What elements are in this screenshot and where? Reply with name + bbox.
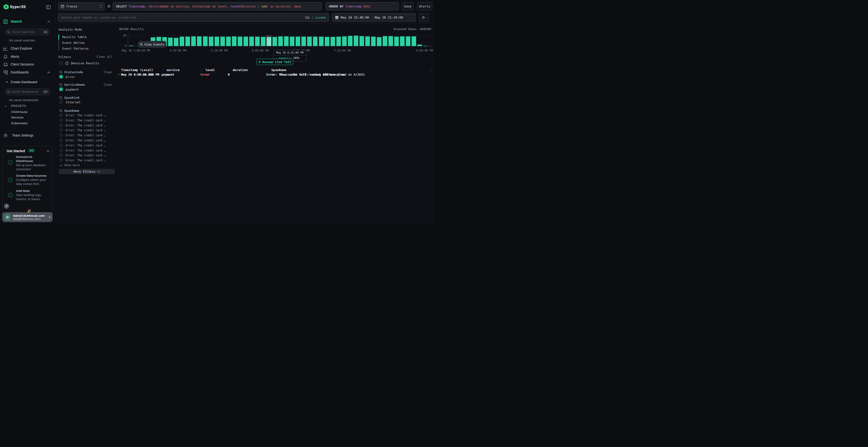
show-more-link[interactable]: Show more [64, 164, 80, 167]
histogram-bar[interactable] [365, 36, 370, 46]
chevron-up-icon[interactable] [47, 72, 50, 73]
chevron-down-icon[interactable] [4, 105, 7, 107]
histogram-bar[interactable] [313, 37, 317, 46]
histogram-bar[interactable] [290, 37, 294, 46]
histogram-bar[interactable] [301, 37, 306, 46]
lang-toggle-sql[interactable]: SQL [305, 16, 310, 19]
histogram-bar[interactable] [284, 36, 289, 46]
spanname-option-label[interactable]: Error: The credit card … [66, 129, 105, 132]
histogram-bar[interactable] [423, 46, 428, 46]
sidebar-item-search[interactable]: Search [10, 20, 22, 23]
preset-kubernetes[interactable]: Kubernetes [11, 122, 28, 125]
spanname-option-label[interactable]: Error: The credit card … [66, 124, 105, 127]
user-menu[interactable]: D dale@clickhouse.com dale@clickhouse.co… [2, 212, 53, 222]
preset-services[interactable]: Services [11, 115, 24, 119]
table-row[interactable]: ›May 26 8:50:36.329 PMpaymentError0Error… [118, 72, 434, 77]
save-button[interactable]: Save [402, 2, 414, 10]
histogram-bar[interactable] [244, 37, 248, 46]
filter-group-servicename[interactable]: ServiceName [64, 83, 85, 87]
saved-dashboards-input[interactable]: Saved Dashboards ⌘K [5, 89, 51, 95]
sidebar-item-chart-explorer[interactable]: Chart Explorer [10, 46, 32, 50]
histogram-bar[interactable] [389, 36, 393, 46]
presets-header[interactable]: PRESETS [11, 104, 26, 108]
sql-query-input[interactable]: SELECT Timestamp, ServiceName as service… [113, 2, 322, 10]
histogram-bar[interactable] [255, 37, 260, 46]
histogram-bar[interactable] [336, 37, 341, 46]
saved-searches-input[interactable]: Saved Searches ⌘K [5, 29, 51, 35]
spanname-option-checkbox[interactable] [60, 153, 63, 157]
histogram-bar[interactable] [267, 37, 271, 46]
spanname-option-label[interactable]: Error: The credit card … [66, 153, 105, 157]
spanname-option-checkbox[interactable] [60, 134, 63, 137]
histogram-bar[interactable] [325, 37, 329, 46]
col-spanname[interactable]: SpanName [267, 68, 434, 72]
histogram-bar[interactable] [406, 36, 410, 46]
histogram-bar[interactable] [220, 37, 225, 46]
create-dashboard-button[interactable]: Create Dashboard [10, 80, 37, 84]
clear-all-link[interactable]: Clear all [97, 55, 112, 59]
clear-servicename-link[interactable]: Clear [104, 83, 112, 87]
histogram-bar[interactable] [296, 37, 300, 46]
more-filters-button[interactable]: More filters [59, 169, 115, 174]
col-duration[interactable]: duration [228, 68, 267, 72]
spanname-option-label[interactable]: Error: The credit card … [66, 134, 105, 137]
spanname-option-label[interactable]: Error: The credit card … [66, 114, 105, 117]
chevron-down-icon[interactable] [60, 165, 62, 166]
col-level[interactable]: level [200, 68, 228, 72]
servicename-payment-checkbox[interactable]: ✓ [59, 88, 63, 91]
results-histogram[interactable]: 2K 0 May 26 3:40:00 PM4:35:00 PM5:20:00 … [116, 23, 434, 52]
histogram-bar[interactable] [226, 37, 231, 46]
spanname-option-checkbox[interactable] [60, 144, 63, 147]
histogram-bar[interactable] [215, 37, 219, 46]
spanname-option-checkbox[interactable] [60, 129, 63, 132]
denoise-label[interactable]: Denoise Results [71, 61, 99, 65]
mode-event-deltas[interactable]: Event Deltas [62, 41, 85, 44]
time-range-picker[interactable]: May 26 15:40:00 - May 26 21:10:00 [332, 13, 416, 22]
servicename-payment-label[interactable]: payment [66, 88, 79, 91]
filter-group-spanname[interactable]: SpanName [64, 109, 79, 112]
source-settings-gear-icon[interactable]: ⚙ [107, 4, 111, 9]
histogram-bar[interactable] [383, 36, 387, 46]
mode-event-patterns[interactable]: Event Patterns [62, 47, 89, 50]
event-search-input[interactable]: Search your events w/ Lucene ex. column:… [58, 13, 329, 22]
histogram-bar[interactable] [273, 37, 277, 46]
histogram-bar[interactable] [174, 38, 179, 46]
histogram-bar[interactable] [209, 37, 213, 46]
histogram-bar[interactable] [377, 37, 381, 46]
statuscode-error-checkbox[interactable]: ✓ [59, 75, 63, 78]
histogram-bar[interactable] [180, 37, 184, 46]
histogram-bar[interactable] [360, 36, 364, 46]
spanname-option-label[interactable]: Error: The credit card … [66, 159, 105, 162]
histogram-bar[interactable] [348, 36, 352, 46]
run-query-button[interactable] [419, 13, 429, 22]
spanname-option-label[interactable]: Error: The credit card … [66, 139, 105, 142]
filter-group-statuscode[interactable]: StatusCode [64, 70, 83, 74]
view-events-button[interactable]: View Events [138, 41, 166, 48]
histogram-bar[interactable] [203, 36, 208, 46]
spankind-internal-checkbox[interactable] [59, 100, 63, 104]
chevron-up-icon[interactable] [47, 21, 50, 23]
col-service[interactable]: service [161, 68, 200, 72]
spankind-internal-label[interactable]: Internal [66, 100, 81, 104]
spanname-option-checkbox[interactable] [60, 139, 63, 142]
histogram-bar[interactable] [238, 37, 242, 46]
preset-clickhouse[interactable]: ClickHouse [11, 110, 28, 114]
histogram-bar[interactable] [394, 37, 399, 46]
spanname-option-label[interactable]: Error: The credit card … [66, 144, 105, 147]
column-settings-kebab-icon[interactable]: ⋮ [429, 68, 433, 72]
sidebar-item-team-settings[interactable]: Team Settings [12, 133, 33, 137]
clear-statuscode-link[interactable]: Clear [104, 71, 112, 74]
chevron-up-icon[interactable] [46, 150, 50, 152]
mode-results-table[interactable]: Results Table [62, 35, 87, 39]
lang-toggle-lucene[interactable]: Lucene [315, 16, 326, 19]
order-by-input[interactable]: ORDER BY Timestamp DESC [326, 2, 399, 10]
denoise-checkbox[interactable] [59, 61, 63, 65]
resume-live-tail-button[interactable]: Resume Live Tail [256, 59, 293, 65]
histogram-bar[interactable] [354, 36, 358, 46]
histogram-bar[interactable] [249, 37, 254, 46]
histogram-bar[interactable] [400, 36, 405, 46]
spanname-option-checkbox[interactable] [60, 119, 63, 122]
histogram-bar[interactable] [319, 37, 323, 46]
histogram-bar[interactable] [185, 37, 190, 46]
histogram-bar[interactable] [232, 36, 237, 46]
